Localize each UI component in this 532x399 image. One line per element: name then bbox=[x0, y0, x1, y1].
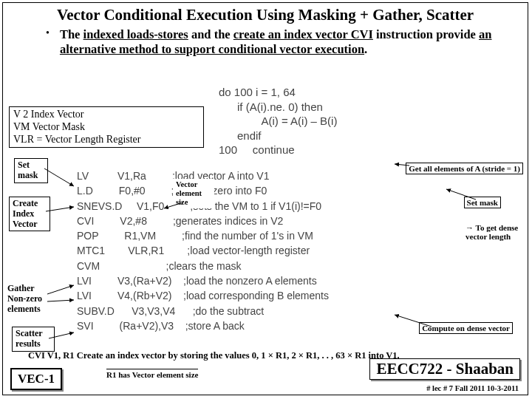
t: Index bbox=[13, 209, 47, 219]
t: indexed loads-stores bbox=[83, 27, 188, 41]
label-set-mask: Set mask bbox=[14, 158, 48, 183]
def-line: VM Vector Mask bbox=[13, 121, 200, 134]
bullet-text: The indexed loads-stores and the create … bbox=[60, 27, 499, 57]
slide-frame: Vector Conditional Execution Using Maski… bbox=[2, 2, 528, 395]
t: mask bbox=[18, 171, 44, 181]
label-create-index: Create Index Vector bbox=[9, 197, 50, 231]
t: Set bbox=[18, 160, 44, 171]
lecture-info: # lec # 7 Fall 2011 10-3-2011 bbox=[426, 384, 519, 392]
def-line: VLR = Vector Length Register bbox=[13, 134, 200, 146]
t: create an index vector CVI bbox=[233, 27, 373, 41]
t: Vector bbox=[13, 219, 47, 230]
register-defs-box: V 2 Index Vector VM Vector Mask VLR = Ve… bbox=[9, 106, 204, 148]
note-dense: → To get dense vector length bbox=[466, 223, 523, 241]
note-compute: Compute on dense vector bbox=[419, 322, 513, 334]
t: To get dense vector length bbox=[466, 223, 518, 241]
t: instruction provide bbox=[373, 27, 479, 41]
bullet-marker: • bbox=[46, 27, 50, 57]
label-vector-size: Vector element size bbox=[173, 179, 214, 208]
course-badge: EECC722 - Shaaban bbox=[369, 358, 520, 380]
t: Scatter bbox=[16, 329, 51, 339]
note-get-all: Get all elements of A (stride = 1) bbox=[406, 163, 523, 174]
t: The bbox=[60, 27, 83, 41]
svg-line-0 bbox=[44, 168, 74, 186]
t: results bbox=[16, 339, 51, 349]
t: element bbox=[176, 189, 211, 198]
t: elements bbox=[7, 304, 49, 315]
vec1-badge: VEC-1 bbox=[10, 368, 62, 390]
t: Create bbox=[13, 199, 47, 209]
t: Vector bbox=[176, 180, 211, 189]
slide-title: Vector Conditional Execution Using Maski… bbox=[3, 3, 528, 24]
def-line: V 2 Index Vector bbox=[13, 109, 200, 121]
label-gather: Gather Non-zero elements bbox=[4, 282, 52, 316]
note-set-mask: Set mask bbox=[464, 197, 501, 208]
t: . bbox=[364, 42, 367, 56]
r1-note: R1 has Vector element size bbox=[106, 369, 198, 379]
footer-note: CVI V1, R1 Create an index vector by sto… bbox=[28, 350, 400, 361]
t: size bbox=[176, 198, 211, 207]
fortran-code: do 100 i = 1, 64 if (A(i).ne. 0) then A(… bbox=[219, 85, 337, 157]
t: Non-zero bbox=[7, 294, 49, 304]
label-scatter: Scatter results bbox=[12, 327, 55, 352]
bullet-row: • The indexed loads-stores and the creat… bbox=[46, 27, 499, 57]
t: and the bbox=[188, 27, 233, 41]
t: Gather bbox=[7, 284, 49, 294]
